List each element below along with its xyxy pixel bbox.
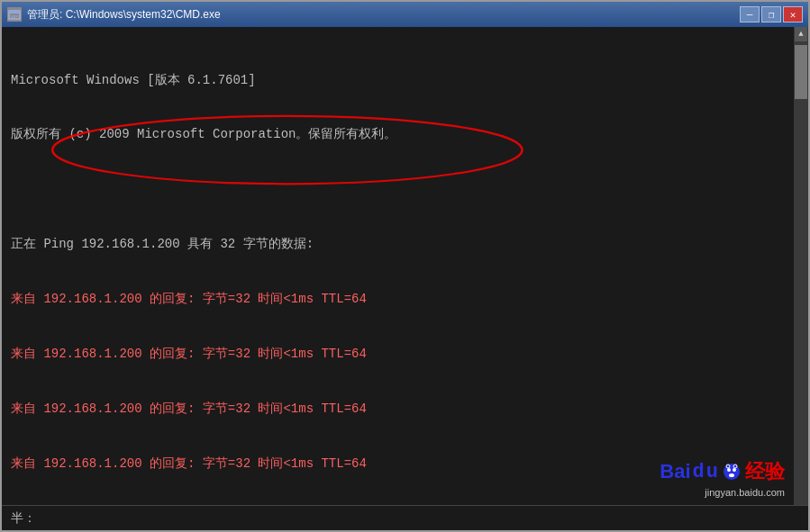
titlebar: 管理员: C:\Windows\system32\CMD.exe — ❐ ✕	[2, 2, 808, 27]
svg-rect-1	[9, 11, 20, 14]
scrollbar-thumb[interactable]	[795, 45, 807, 99]
bottom-bar: 半：	[2, 505, 808, 530]
cmd-window: 管理员: C:\Windows\system32\CMD.exe — ❐ ✕ M…	[0, 0, 810, 532]
line5: 来自 192.168.1.200 的回复: 字节=32 时间<1ms TTL=6…	[11, 290, 785, 308]
svg-point-9	[726, 464, 730, 468]
minimize-button[interactable]: —	[740, 6, 760, 23]
baidu-blue-text: Bai	[660, 460, 690, 483]
line2: 版权所有 (c) 2009 Microsoft Corporation。保留所有…	[11, 125, 785, 143]
cmd-body: Microsoft Windows [版本 6.1.7601] 版权所有 (c)…	[2, 27, 808, 505]
svg-point-7	[733, 468, 736, 472]
svg-point-8	[729, 473, 734, 477]
close-button[interactable]: ✕	[783, 6, 803, 23]
restore-button[interactable]: ❐	[761, 6, 781, 23]
baidu-dog-icon	[722, 462, 742, 482]
baidu-u-text: u	[706, 461, 718, 483]
line3	[11, 180, 785, 198]
scrollbar[interactable]: ▲	[794, 27, 808, 505]
baidu-paw-icon: d	[693, 461, 705, 483]
line4: 正在 Ping 192.168.1.200 具有 32 字节的数据:	[11, 235, 785, 253]
svg-point-10	[733, 464, 737, 468]
svg-point-6	[727, 468, 731, 472]
baidu-url: jingyan.baidu.com	[705, 487, 785, 498]
cmd-content[interactable]: Microsoft Windows [版本 6.1.7601] 版权所有 (c)…	[2, 27, 794, 505]
titlebar-buttons: — ❐ ✕	[740, 6, 803, 23]
titlebar-title: 管理员: C:\Windows\system32\CMD.exe	[27, 7, 734, 23]
baidu-logo: Bai d u 经验	[660, 458, 785, 485]
watermark: Bai d u 经验 jing	[660, 458, 785, 498]
line7: 来自 192.168.1.200 的回复: 字节=32 时间<1ms TTL=6…	[11, 400, 785, 418]
bottom-text: 半：	[11, 510, 36, 527]
titlebar-icon	[7, 7, 22, 22]
line6: 来自 192.168.1.200 的回复: 字节=32 时间<1ms TTL=6…	[11, 345, 785, 363]
cmd-wrapper: Microsoft Windows [版本 6.1.7601] 版权所有 (c)…	[2, 27, 794, 505]
baidu-red-text: 经验	[745, 458, 785, 485]
line1: Microsoft Windows [版本 6.1.7601]	[11, 71, 785, 89]
